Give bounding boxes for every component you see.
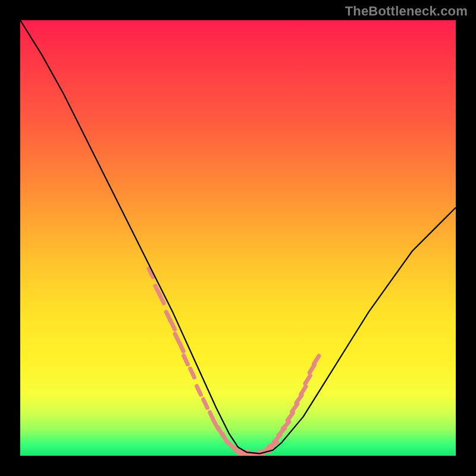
marker-dash — [314, 356, 320, 364]
marker-dash — [292, 404, 298, 412]
marker-dash — [283, 422, 289, 429]
plot-area — [20, 20, 456, 456]
marker-dash — [180, 343, 184, 352]
marker-dash — [305, 375, 311, 384]
marker-dash — [203, 399, 208, 408]
marker-dash — [184, 356, 188, 365]
watermark-label: TheBottleneck.com — [345, 4, 468, 19]
marker-dash — [301, 386, 306, 394]
chart-frame: TheBottleneck.com — [0, 0, 476, 476]
marker-dash — [160, 295, 164, 303]
marker-dash — [287, 413, 293, 421]
bottleneck-curve — [20, 20, 456, 453]
overlay-markers — [149, 268, 319, 455]
curve-svg — [20, 20, 456, 456]
marker-dash — [171, 321, 175, 329]
marker-dash — [190, 369, 195, 378]
marker-dash — [197, 386, 201, 394]
